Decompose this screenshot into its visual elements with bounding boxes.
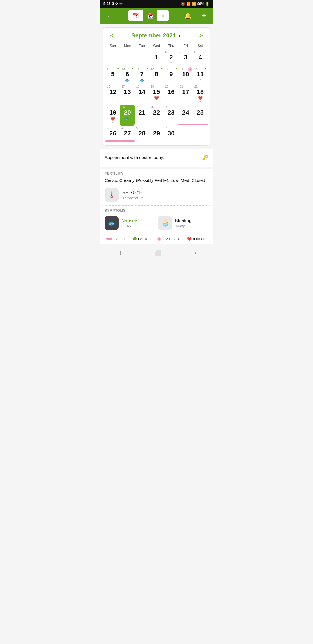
calendar-cell[interactable]: 73 bbox=[178, 50, 193, 66]
notification-button[interactable]: 🔔 bbox=[181, 10, 194, 21]
cervix-text: Cervix: Creamy (Possibly Fertile), Low, … bbox=[100, 177, 213, 186]
calendar-cell[interactable]: 1814 bbox=[135, 84, 149, 105]
fertile-dot: ● bbox=[146, 67, 148, 70]
legend-fertile: Fertile bbox=[133, 237, 148, 241]
temperature-value: 98.70 °F bbox=[123, 190, 144, 196]
gray-dot: ● bbox=[112, 96, 114, 98]
view-list-button[interactable]: ≡ bbox=[157, 10, 169, 21]
symptom-icon-box: 🐟 bbox=[105, 216, 119, 230]
back-button[interactable]: ← bbox=[104, 11, 116, 21]
calendar-cell bbox=[178, 126, 193, 142]
day-number: 13 bbox=[124, 88, 131, 95]
symptom-icon-box: 🧁 bbox=[158, 216, 172, 230]
calendar-cell[interactable]: 13●9 bbox=[164, 66, 178, 84]
calendar-cell[interactable]: 225 bbox=[193, 105, 208, 125]
status-g-icon: G bbox=[112, 2, 114, 6]
calendar-cell[interactable]: 1713 bbox=[120, 84, 134, 105]
key-icon: 🔑 bbox=[202, 154, 208, 161]
temperature-info: 98.70 °F Temperature bbox=[123, 190, 144, 200]
menu-button[interactable]: ||| bbox=[111, 249, 128, 257]
gray-dot: ● bbox=[199, 78, 201, 81]
calendar-cell[interactable]: 1612● bbox=[105, 84, 120, 105]
calendar-cell[interactable]: 1915❤️ bbox=[149, 84, 164, 105]
calendar-cell[interactable]: 730 bbox=[164, 126, 178, 142]
status-sync-icon: ⟳ bbox=[115, 2, 118, 6]
prev-month-button[interactable]: < bbox=[108, 30, 116, 40]
gray-dot: ● bbox=[170, 96, 172, 98]
home-button[interactable]: ⬜ bbox=[149, 248, 168, 258]
legend-intimate: ❤️ Intimate bbox=[187, 237, 206, 241]
calendar-cell[interactable]: 2420🐟 bbox=[120, 105, 134, 125]
month-title[interactable]: September 2021 ▼ bbox=[131, 32, 181, 39]
day-number: 28 bbox=[138, 130, 145, 137]
calendar-cell bbox=[193, 126, 208, 142]
view-month-button[interactable]: 📆 bbox=[143, 10, 157, 21]
calendar-cell[interactable]: 10●6🐟 bbox=[120, 66, 134, 84]
day-number: 10 bbox=[182, 71, 189, 78]
day-number: 8 bbox=[155, 71, 158, 78]
fertile-dot: ● bbox=[176, 67, 177, 70]
symptom-name: Bloating bbox=[175, 218, 192, 223]
calendar-cell[interactable]: 11●7🐟 bbox=[135, 66, 149, 84]
temperature-row: 🌡️ 98.70 °F Temperature bbox=[100, 186, 213, 205]
day-number: 5 bbox=[111, 71, 114, 78]
calendar-cell bbox=[135, 50, 149, 66]
calendar-cell[interactable]: 2117 bbox=[178, 84, 193, 105]
calendar-cell[interactable]: 15●11● bbox=[193, 66, 208, 84]
calendar-cell[interactable]: 2723 bbox=[164, 105, 178, 125]
fish-icon: 🐟 bbox=[125, 78, 130, 82]
day-number: 27 bbox=[124, 130, 131, 137]
gray-dot: ● bbox=[199, 100, 201, 103]
fertile-dot: ● bbox=[117, 67, 119, 70]
view-switcher: 📅 📆 ≡ bbox=[128, 10, 169, 21]
legend-period: Period bbox=[106, 237, 125, 241]
calendar-cell[interactable]: 51 bbox=[149, 50, 164, 66]
calendar-cell[interactable]: 9●5 bbox=[105, 66, 120, 84]
day-number: 18 bbox=[197, 88, 204, 95]
view-day-button[interactable]: 📅 bbox=[128, 10, 143, 21]
fertile-dot: ● bbox=[161, 67, 163, 70]
symptom-name: Nausea bbox=[121, 218, 137, 223]
calendar-cell[interactable]: 427 bbox=[120, 126, 134, 142]
day-number: 21 bbox=[138, 109, 145, 116]
calendar-cell bbox=[120, 50, 134, 66]
calendar-cell[interactable]: 2622 bbox=[149, 105, 164, 125]
day-number: 11 bbox=[197, 71, 204, 78]
day-number: 6 bbox=[125, 71, 129, 78]
symptom-item: 🧁Bloatingheavy bbox=[158, 216, 208, 230]
calendar-cell[interactable]: 2016● bbox=[164, 84, 178, 105]
status-bar: 5:23 G ⟳ ◎ · 🔇 📶 📶 99% 🔋 bbox=[100, 0, 213, 8]
back-nav-button[interactable]: ‹ bbox=[189, 248, 203, 258]
day-number: 2 bbox=[169, 54, 173, 61]
fertile-icon bbox=[133, 237, 137, 240]
status-mute-icon: 🔇 bbox=[181, 2, 185, 6]
temperature-label: Temperature bbox=[123, 196, 144, 200]
calendar-cell[interactable]: 12●8 bbox=[149, 66, 164, 84]
calendar-cell[interactable]: 84 bbox=[193, 50, 208, 66]
add-button[interactable]: + bbox=[199, 10, 209, 21]
day-number: 4 bbox=[199, 54, 202, 61]
calendar-grid: 5162●73849●510●6🐟11●7🐟12●813●914🌸1015●11… bbox=[105, 50, 208, 142]
calendar-cell[interactable]: 528 bbox=[135, 126, 149, 142]
calendar-cell[interactable]: 2218❤️● bbox=[193, 84, 208, 105]
calendar-card: < September 2021 ▼ > Sun Mon Tue Wed Thu… bbox=[103, 27, 210, 146]
intimate-icon: ❤️ bbox=[187, 237, 192, 241]
calendar-cell[interactable]: 2521 bbox=[135, 105, 149, 125]
calendar-cell[interactable]: 629 bbox=[149, 126, 164, 142]
calendar-cell[interactable]: 124 bbox=[178, 105, 193, 125]
status-time: 5:23 bbox=[103, 2, 110, 6]
days-of-week: Sun Mon Tue Wed Thu Fri Sat bbox=[105, 43, 208, 48]
day-number: 24 bbox=[182, 109, 189, 116]
calendar-cell[interactable]: 326 bbox=[105, 126, 120, 142]
calendar-cell[interactable]: 62● bbox=[164, 50, 178, 66]
symptoms-grid: 🐟Nauseaheavy🧁Bloatingheavy bbox=[100, 214, 213, 234]
status-battery: 99% 🔋 bbox=[197, 2, 210, 6]
calendar-cell[interactable]: 14🌸10 bbox=[178, 66, 193, 84]
calendar-cell[interactable]: 2319❤️● bbox=[105, 105, 120, 125]
divider-1 bbox=[105, 164, 208, 164]
day-number: 7 bbox=[140, 71, 144, 78]
fish-icon: 🐟 bbox=[125, 117, 130, 121]
ovulation-marker: 🌸 bbox=[188, 67, 192, 72]
next-month-button[interactable]: > bbox=[197, 30, 205, 40]
day-number: 14 bbox=[138, 88, 145, 95]
